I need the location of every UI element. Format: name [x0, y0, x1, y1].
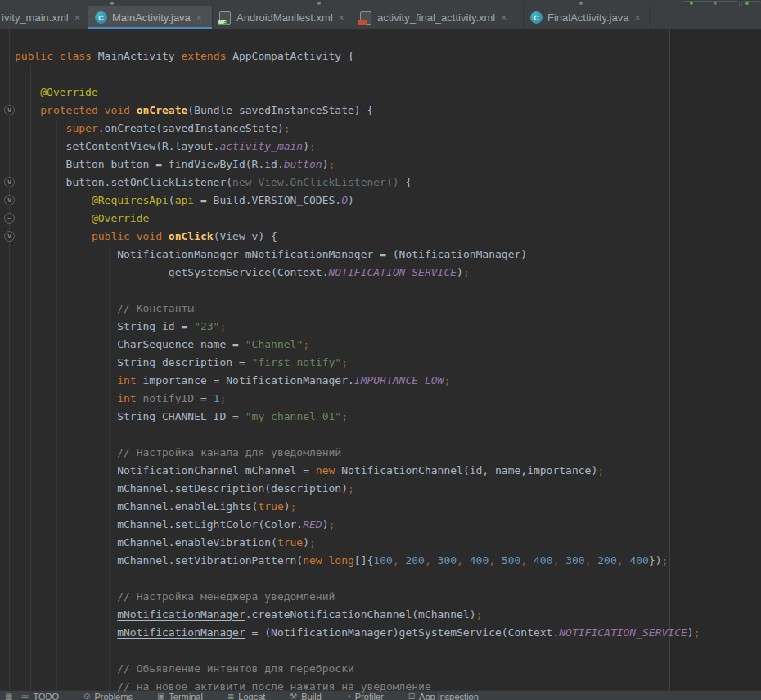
- code-editor[interactable]: ∨∨∨−∨ public class MainActivity extends …: [0, 29, 761, 700]
- code-line: super.onCreate(savedInstanceState);: [0, 120, 761, 138]
- fold-chevron-icon[interactable]: ∨: [4, 231, 15, 242]
- code-line: // Обьявление интентов для переброски: [0, 660, 761, 678]
- code-line: mChannel.setVibrationPattern(new long[]{…: [0, 552, 761, 570]
- code-line: int importance = NotificationManager.IMP…: [0, 372, 761, 390]
- code-line: [0, 642, 761, 660]
- fold-chevron-icon[interactable]: ∨: [4, 105, 15, 115]
- code-line: protected void onCreate(Bundle savedInst…: [0, 102, 761, 120]
- java-class-icon: C: [95, 11, 107, 24]
- tab-label: FinalActtivity.java: [547, 11, 628, 24]
- tab-close-icon[interactable]: ×: [196, 13, 202, 23]
- code-line: // Настройка канала для уведомлений: [0, 444, 761, 462]
- debug-icon[interactable]: [745, 2, 749, 5]
- tab-androidmanifest-xml[interactable]: MF AndroidManifest.xml ×: [213, 6, 353, 29]
- fold-chevron-icon[interactable]: ∨: [4, 195, 15, 205]
- code-line: @RequiresApi(api = Build.VERSION_CODES.O…: [0, 192, 761, 210]
- tab-label: AndroidManifest.xml: [236, 11, 333, 24]
- code-line: [0, 426, 761, 444]
- toolbar-dot-icon: [317, 2, 321, 5]
- code-line: Button button = findViewById(R.id.button…: [0, 156, 761, 174]
- code-line: mNotificationManager.createNotificationC…: [0, 606, 761, 624]
- code-line: public class MainActivity extends AppCom…: [0, 47, 761, 65]
- code-line: mChannel.setDescription(description);: [0, 480, 761, 498]
- code-line: [0, 282, 761, 300]
- java-class-icon: C: [530, 11, 543, 24]
- code-lines: public class MainActivity extends AppCom…: [0, 29, 761, 696]
- code-line: [0, 65, 761, 84]
- fold-collapse-icon[interactable]: −: [4, 213, 15, 224]
- code-line: mChannel.enableLights(true);: [0, 498, 761, 516]
- code-line: getSystemService(Context.NOTIFICATION_SE…: [0, 264, 761, 282]
- tab-label: activity_final_acttivity.xml: [377, 11, 495, 24]
- manifest-file-icon: MF: [219, 11, 231, 25]
- toolbar-dot-icon: [579, 2, 583, 5]
- tab-close-icon[interactable]: ×: [634, 13, 640, 23]
- code-line: mNotificationManager = (NotificationMana…: [0, 624, 761, 642]
- run-icon[interactable]: [690, 2, 693, 5]
- code-line: mChannel.enableVibration(true);: [0, 534, 761, 552]
- code-line: setContentView(R.layout.activity_main);: [0, 138, 761, 156]
- tab-label: MainActivity.java: [112, 11, 191, 24]
- toolbar-dot-icon: [714, 2, 717, 5]
- layout-xml-file-icon: [360, 11, 371, 25]
- code-line: CharSequence name = "Channel";: [0, 336, 761, 354]
- code-line: String CHANNEL_ID = "my_channel_01";: [0, 408, 761, 426]
- tab-activity-main-xml[interactable]: ivity_main.xml ×: [0, 6, 88, 29]
- code-line: // на новое активити после нажатия на ув…: [0, 678, 761, 696]
- tab-finalacttivity-java[interactable]: C FinalActtivity.java ×: [524, 6, 651, 29]
- code-line: NotificationChannel mChannel = new Notif…: [0, 462, 761, 480]
- tab-close-icon[interactable]: ×: [339, 13, 344, 23]
- tab-activity-final-acttivity-xml[interactable]: activity_final_acttivity.xml ×: [353, 6, 524, 29]
- android-studio-window: ivity_main.xml × C MainActivity.java × M…: [0, 0, 761, 700]
- code-line: @Override: [0, 84, 761, 102]
- tab-label: ivity_main.xml: [2, 11, 69, 24]
- toolbar-dot-icon: [110, 2, 114, 5]
- code-line: public void onClick(View v) {: [0, 228, 761, 246]
- code-line: int notifyID = 1;: [0, 390, 761, 408]
- tab-close-icon[interactable]: ×: [74, 13, 80, 23]
- code-line: String description = "first notify";: [0, 354, 761, 372]
- code-line: // Настройка менеджера уведомлений: [0, 588, 761, 606]
- fold-chevron-icon[interactable]: ∨: [4, 177, 15, 187]
- tab-close-icon[interactable]: ×: [501, 13, 507, 23]
- code-line: // Константы: [0, 300, 761, 318]
- code-line: NotificationManager mNotificationManager…: [0, 246, 761, 264]
- code-line: button.setOnClickListener(new View.OnCli…: [0, 174, 761, 192]
- code-line: mChannel.setLightColor(Color.RED);: [0, 516, 761, 534]
- code-line: [0, 570, 761, 588]
- code-line: @Override: [0, 210, 761, 228]
- editor-tab-bar: ivity_main.xml × C MainActivity.java × M…: [0, 6, 761, 29]
- tab-mainactivity-java[interactable]: C MainActivity.java ×: [88, 6, 213, 29]
- code-line: String id = "23";: [0, 318, 761, 336]
